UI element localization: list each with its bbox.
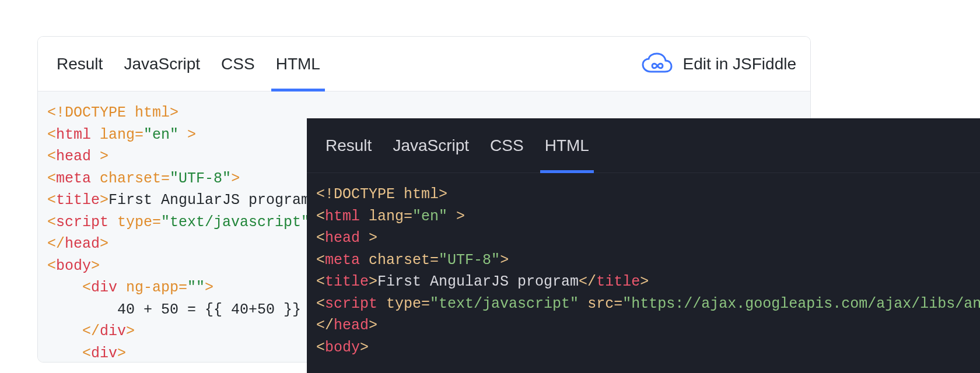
code-doctype: <!DOCTYPE html> [47,104,178,121]
code-view-dark[interactable]: <!DOCTYPE html> <html lang="en" > <head … [307,173,980,369]
tab-bar-dark: Result JavaScript CSS HTML [307,118,980,173]
tab-result[interactable]: Result [46,37,113,92]
edit-in-jsfiddle-link[interactable]: Edit in JSFiddle [640,52,802,76]
tab-css[interactable]: CSS [211,37,265,92]
tab-javascript[interactable]: JavaScript [113,37,211,92]
edit-link-label: Edit in JSFiddle [682,55,796,73]
tab-css-dark[interactable]: CSS [480,118,534,173]
tab-bar-light: Result JavaScript CSS HTML Edit in JSFid… [38,37,810,92]
tab-javascript-dark[interactable]: JavaScript [382,118,480,173]
cloud-infinity-icon [640,52,673,76]
jsfiddle-panel-dark: Result JavaScript CSS HTML <!DOCTYPE htm… [307,118,980,373]
tab-html-dark[interactable]: HTML [534,118,600,173]
tab-html[interactable]: HTML [265,37,331,92]
code-doctype-dark: <!DOCTYPE html> [316,186,447,203]
tab-result-dark[interactable]: Result [315,118,382,173]
